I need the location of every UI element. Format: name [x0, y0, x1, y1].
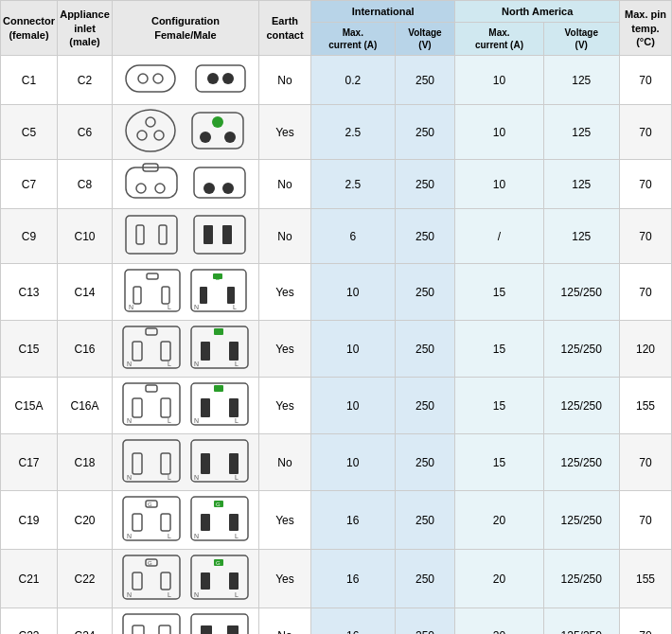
svg-text:N: N — [194, 304, 199, 310]
svg-text:L: L — [233, 304, 237, 310]
svg-rect-93 — [133, 572, 142, 590]
intl-current: 10 — [311, 264, 396, 321]
earth-contact: No — [259, 608, 311, 634]
svg-point-17 — [155, 184, 165, 193]
svg-point-9 — [146, 117, 155, 127]
svg-text:L: L — [168, 417, 171, 424]
config-diagram: N L N L G — [113, 264, 259, 321]
intl-current: 10 — [311, 378, 396, 434]
svg-rect-23 — [159, 225, 167, 244]
intl-voltage: 250 — [395, 434, 455, 491]
svg-rect-21 — [126, 216, 177, 254]
svg-rect-106 — [159, 625, 170, 634]
svg-text:N: N — [194, 474, 199, 481]
header-intl-current: Max.current (A) — [311, 23, 396, 56]
svg-rect-69 — [133, 453, 142, 474]
svg-rect-22 — [136, 225, 144, 244]
svg-text:L: L — [235, 591, 239, 598]
intl-voltage: 250 — [395, 264, 455, 321]
na-voltage: 125/250 — [543, 608, 619, 634]
svg-text:N: N — [194, 591, 199, 598]
connector-label: C9 — [1, 209, 58, 264]
svg-rect-30 — [133, 287, 141, 304]
svg-rect-71 — [191, 440, 248, 482]
svg-rect-14 — [126, 167, 177, 198]
svg-rect-25 — [203, 225, 213, 244]
config-diagram: N L N L G — [113, 321, 259, 378]
svg-text:L: L — [168, 304, 171, 310]
connector-label: C19 — [1, 491, 58, 550]
svg-rect-79 — [133, 514, 142, 531]
max-pin-temp: 70 — [620, 608, 672, 634]
svg-rect-109 — [227, 625, 239, 634]
intl-voltage: 250 — [395, 378, 455, 434]
config-diagram — [113, 160, 259, 209]
svg-point-4 — [207, 73, 219, 84]
svg-rect-24 — [194, 216, 245, 254]
svg-text:N: N — [127, 474, 132, 481]
intl-current: 6 — [311, 209, 396, 264]
svg-text:L: L — [168, 591, 171, 598]
header-maxpin: Max. pintemp. (°C) — [620, 1, 672, 56]
header-earth: Earthcontact — [259, 1, 311, 56]
svg-text:G: G — [216, 502, 221, 507]
svg-rect-49 — [201, 342, 210, 361]
svg-text:N: N — [127, 591, 132, 598]
intl-voltage: 250 — [395, 491, 455, 550]
earth-contact: Yes — [259, 550, 311, 608]
connector-label: C15A — [1, 378, 58, 434]
svg-point-16 — [136, 184, 146, 193]
header-connector: Connector(female) — [1, 1, 58, 56]
appliance-label: C24 — [58, 608, 113, 634]
intl-current: 10 — [311, 434, 396, 491]
svg-point-8 — [154, 131, 164, 140]
svg-text:G: G — [148, 560, 152, 566]
na-voltage: 125/250 — [543, 321, 619, 378]
svg-text:G: G — [216, 560, 221, 566]
max-pin-temp: 155 — [620, 378, 672, 434]
svg-rect-74 — [201, 453, 210, 474]
max-pin-temp: 155 — [620, 550, 672, 608]
earth-contact: Yes — [259, 491, 311, 550]
appliance-label: C2 — [58, 56, 113, 105]
svg-text:N: N — [194, 533, 199, 539]
na-current: 20 — [455, 608, 543, 634]
svg-rect-32 — [147, 273, 158, 279]
header-international: International — [311, 1, 455, 23]
connector-label: C21 — [1, 550, 58, 608]
appliance-label: C8 — [58, 160, 113, 209]
na-voltage: 125/250 — [543, 378, 619, 434]
na-current: 15 — [455, 378, 543, 434]
svg-text:L: L — [235, 533, 239, 539]
config-diagram: N L G N L G — [113, 550, 259, 608]
svg-rect-108 — [201, 625, 212, 634]
svg-rect-107 — [191, 614, 248, 634]
svg-text:L: L — [168, 361, 171, 367]
svg-rect-36 — [200, 287, 207, 304]
na-current: / — [455, 209, 543, 264]
svg-rect-86 — [201, 514, 210, 531]
config-diagram — [113, 105, 259, 160]
na-voltage: 125/250 — [543, 434, 619, 491]
intl-current: 2.5 — [311, 105, 396, 160]
svg-rect-0 — [126, 65, 175, 92]
max-pin-temp: 70 — [620, 264, 672, 321]
na-voltage: 125 — [543, 105, 619, 160]
svg-rect-3 — [196, 65, 245, 92]
svg-text:G: G — [215, 274, 220, 281]
header-appliance: Applianceinlet (male) — [58, 1, 113, 56]
svg-rect-63 — [229, 398, 239, 417]
header-configuration: ConfigurationFemale/Male — [113, 1, 259, 56]
appliance-label: C16 — [58, 321, 113, 378]
config-diagram — [113, 209, 259, 264]
svg-point-19 — [203, 183, 215, 194]
svg-rect-94 — [161, 572, 170, 590]
na-current: 10 — [455, 160, 543, 209]
svg-rect-57 — [161, 398, 170, 417]
svg-rect-75 — [229, 453, 239, 474]
config-diagram: N L N L — [113, 434, 259, 491]
na-voltage: 125/250 — [543, 491, 619, 550]
appliance-label: C22 — [58, 550, 113, 608]
intl-voltage: 250 — [395, 608, 455, 634]
connector-label: C23 — [1, 608, 58, 634]
